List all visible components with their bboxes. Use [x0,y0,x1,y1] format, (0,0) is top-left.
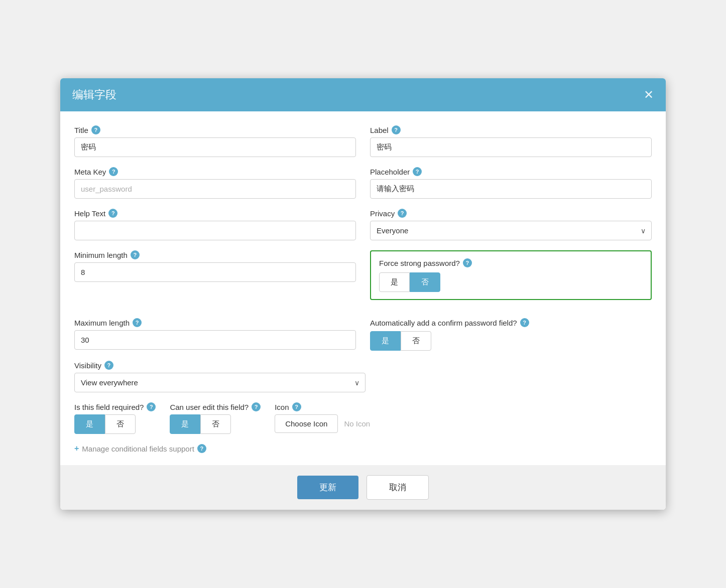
required-field-label: Is this field required? ? [74,402,156,411]
min-length-help-icon[interactable]: ? [131,250,140,259]
placeholder-col: Placeholder ? [370,167,652,199]
min-length-field-label: Minimum length ? [74,250,356,259]
visibility-select-wrapper: View everywhere Admins Only Hidden ∨ [74,373,366,392]
help-text-label-text: Help Text [74,209,105,218]
update-button[interactable]: 更新 [297,476,358,499]
max-length-col: Maximum length ? [74,318,356,351]
icon-controls-row: Choose Icon No Icon [275,414,370,433]
force-password-col: Force strong password? ? 是 否 [370,250,652,308]
placeholder-help-icon[interactable]: ? [413,167,422,176]
modal-header: 编辑字段 ✕ [60,78,666,111]
required-label-text: Is this field required? [74,403,144,411]
meta-key-label-text: Meta Key [74,168,106,176]
help-text-field-label: Help Text ? [74,209,356,218]
force-password-toggle-group: 是 否 [379,272,643,292]
visibility-help-icon[interactable]: ? [104,361,113,370]
title-label-row: Title ? Label ? [74,125,652,157]
placeholder-label-text: Placeholder [370,168,410,176]
force-password-no-btn[interactable]: 否 [410,272,440,292]
auto-confirm-label: Automatically add a confirm password fie… [370,318,652,327]
no-icon-text: No Icon [344,419,370,428]
icon-label-text: Icon [275,403,289,411]
max-length-help-icon[interactable]: ? [133,318,142,327]
help-text-col: Help Text ? [74,209,356,240]
can-edit-toggle-group: 是 否 [170,414,261,434]
choose-icon-button[interactable]: Choose Icon [275,414,338,433]
cancel-button[interactable]: 取消 [367,475,429,500]
privacy-select[interactable]: Everyone Admins Only Owner [370,221,652,240]
min-length-col: Minimum length ? [74,250,356,308]
meta-placeholder-row: Meta Key ? Placeholder ? [74,167,652,199]
meta-key-help-icon[interactable]: ? [109,167,118,176]
help-text-help-icon[interactable]: ? [108,209,117,218]
force-password-label: Force strong password? ? [379,258,643,267]
min-force-row: Minimum length ? Force strong password? … [74,250,652,308]
label-help-icon[interactable]: ? [392,125,401,134]
edit-field-modal: 编辑字段 ✕ Title ? Label ? [60,78,666,510]
can-edit-label-text: Can user edit this field? [170,403,249,411]
meta-key-col: Meta Key ? [74,167,356,199]
can-edit-col: Can user edit this field? ? 是 否 [170,402,261,434]
help-text-input[interactable] [74,221,356,240]
required-toggle-group: 是 否 [74,414,156,434]
placeholder-input[interactable] [370,179,652,199]
label-input[interactable] [370,137,652,157]
auto-confirm-col: Automatically add a confirm password fie… [370,318,652,351]
modal-body: Title ? Label ? Meta Key ? [60,111,666,465]
max-autoconfirm-row: Maximum length ? Automatically add a con… [74,318,652,351]
visibility-field-label: Visibility ? [74,361,652,370]
visibility-label-text: Visibility [74,361,101,370]
title-field-label: Title ? [74,125,356,134]
required-col: Is this field required? ? 是 否 [74,402,156,434]
force-password-yes-btn[interactable]: 是 [379,272,410,292]
required-help-icon[interactable]: ? [147,402,156,411]
force-password-box: Force strong password? ? 是 否 [370,250,652,300]
min-length-label-text: Minimum length [74,251,128,259]
max-length-label-text: Maximum length [74,319,130,327]
helptext-privacy-row: Help Text ? Privacy ? Everyone Admins On… [74,209,652,240]
privacy-field-label: Privacy ? [370,209,652,218]
manage-conditional-row[interactable]: + Manage conditional fields support ? [74,442,652,455]
privacy-label-text: Privacy [370,209,395,218]
icon-help-icon[interactable]: ? [292,402,301,411]
auto-confirm-help-icon[interactable]: ? [520,318,529,327]
manage-conditional-text: Manage conditional fields support [82,445,194,453]
auto-confirm-label-text: Automatically add a confirm password fie… [370,319,517,327]
auto-confirm-yes-btn[interactable]: 是 [370,331,401,351]
privacy-col: Privacy ? Everyone Admins Only Owner ∨ [370,209,652,240]
close-button[interactable]: ✕ [644,89,654,101]
meta-key-field-label: Meta Key ? [74,167,356,176]
auto-confirm-toggle-group: 是 否 [370,331,652,351]
visibility-row: Visibility ? View everywhere Admins Only… [74,361,652,392]
meta-key-input[interactable] [74,179,356,199]
can-edit-help-icon[interactable]: ? [252,402,261,411]
icon-field-label: Icon ? [275,402,370,411]
force-password-label-text: Force strong password? [379,259,460,267]
plus-icon: + [74,444,79,453]
label-label-text: Label [370,126,389,134]
icon-col: Icon ? Choose Icon No Icon [275,402,370,433]
privacy-select-wrapper: Everyone Admins Only Owner ∨ [370,221,652,240]
title-input[interactable] [74,137,356,157]
auto-confirm-no-btn[interactable]: 否 [401,331,431,351]
title-help-icon[interactable]: ? [91,125,100,134]
force-password-help-icon[interactable]: ? [463,258,472,267]
manage-conditional-help-icon[interactable]: ? [197,444,206,453]
required-edit-icon-row: Is this field required? ? 是 否 Can user e… [74,402,652,434]
placeholder-field-label: Placeholder ? [370,167,652,176]
can-edit-no-btn[interactable]: 否 [200,414,231,434]
max-length-field-label: Maximum length ? [74,318,356,327]
can-edit-field-label: Can user edit this field? ? [170,402,261,411]
required-no-btn[interactable]: 否 [105,414,136,434]
min-length-input[interactable] [74,262,356,282]
modal-title: 编辑字段 [72,87,116,102]
title-col: Title ? [74,125,356,157]
max-length-input[interactable] [74,330,356,350]
visibility-select[interactable]: View everywhere Admins Only Hidden [74,373,366,392]
label-col: Label ? [370,125,652,157]
required-yes-btn[interactable]: 是 [74,414,105,434]
privacy-help-icon[interactable]: ? [398,209,407,218]
can-edit-yes-btn[interactable]: 是 [170,414,200,434]
title-label-text: Title [74,126,88,134]
label-field-label: Label ? [370,125,652,134]
